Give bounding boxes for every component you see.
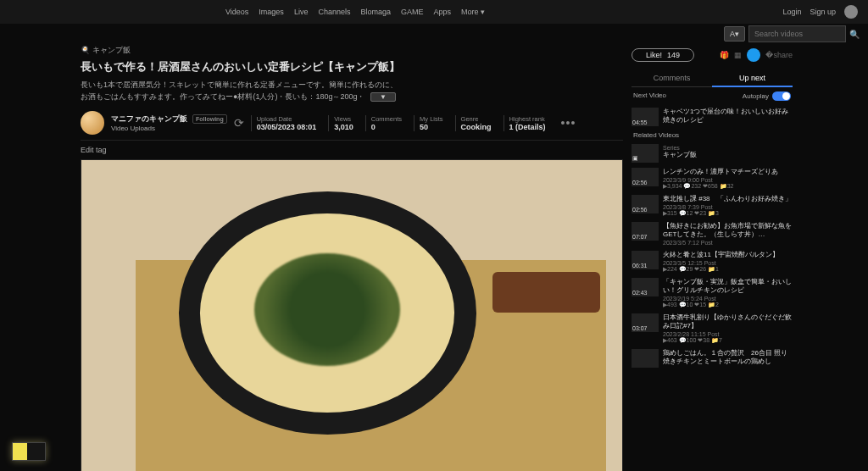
related-item[interactable]: 06:31 火鉢と肴と波11【宇宙焼酎バルタン】 2023/3/5 12:15 … (632, 248, 793, 275)
ad-icon[interactable]: ▦ (734, 51, 742, 59)
item-stats: ▶315 💬12 ❤23 📁3 (663, 210, 793, 217)
breadcrumb[interactable]: 🍳 キャンプ飯 (81, 45, 623, 56)
item-stats: ▶463 💬100 ❤38 📁7 (663, 337, 793, 344)
thumb: 02:56 (632, 168, 659, 186)
uploader-meta[interactable]: マニファのキャンプ飯Following Video Uploads (111, 114, 227, 132)
nav-links: Videos Images Live Channels Blomaga GAME… (222, 8, 488, 16)
share-icon[interactable]: �share (765, 51, 793, 59)
info-row: マニファのキャンプ飯Following Video Uploads ⟳ Uplo… (81, 111, 623, 141)
gift-icon[interactable]: 🎁 (720, 51, 729, 59)
related-item[interactable]: 02:43 「キャンプ飯・実況」飯盒で簡単・おいしい！グリルチキンのレシピ 20… (632, 275, 793, 311)
stat-rank[interactable]: Highest rank1 (Details) (504, 115, 551, 131)
related-item[interactable]: 02:56 レンチンのみ！濃厚トマチーズどりあ 2023/3/9 9:00 Po… (632, 165, 793, 192)
search-area: A▾ 🔍 (724, 25, 860, 42)
signup-link[interactable]: Sign up (810, 8, 836, 16)
item-date: 2023/3/8 7:39 Post (663, 204, 793, 210)
stat-mylists: My Lists50 (414, 115, 448, 131)
item-title: 日本酒牛乳割り【ゆかりさんのぐだぐだ飲み日記#7】 (663, 313, 793, 330)
item-title: 火鉢と肴と波11【宇宙焼酎バルタン】 (663, 251, 793, 259)
related-item[interactable]: 07:07 【魚好きにお勧め】お魚市場で新鮮な魚をGETしてきた。（生しらす丼）… (632, 219, 793, 248)
language-button[interactable]: A▾ (724, 26, 745, 42)
thumb: 02:56 (632, 195, 659, 213)
item-title: 東北推し課 #38 「ふんわりお好み焼き」 (663, 195, 793, 203)
page-title: 長いもで作る！居酒屋さんのおいしい定番レシピ【キャンプ飯】 (81, 59, 623, 75)
item-date: 2023/3/9 9:00 Post (663, 177, 793, 183)
thumb: 06:31 (632, 251, 659, 269)
top-nav: Videos Images Live Channels Blomaga GAME… (0, 0, 868, 24)
following-chip: Following (192, 114, 227, 124)
related-item[interactable]: 02:56 東北推し課 #38 「ふんわりお好み焼き」 2023/3/8 7:3… (632, 192, 793, 219)
search-input[interactable] (748, 25, 846, 42)
twitter-icon[interactable] (747, 48, 760, 62)
video-frame (81, 160, 622, 471)
nav-more[interactable]: More ▾ (458, 8, 488, 16)
nav-right: Login Sign up (782, 5, 858, 19)
item-date: 2023/2/19 5:24 Post (663, 296, 793, 302)
mini-widget[interactable] (12, 442, 46, 461)
related-header: Related Videos (632, 129, 793, 141)
nav-live[interactable]: Live (291, 8, 312, 16)
uploader-avatar[interactable] (81, 111, 104, 135)
related-item[interactable]: 鶏めしごはん。１合の贅沢 26合目 照り焼きチキンとミートボールの鶏めし (632, 346, 793, 370)
stat-comments: Comments0 (365, 115, 407, 131)
series-item[interactable]: ▣ Series キャンプ飯 (632, 141, 793, 165)
login-link[interactable]: Login (782, 8, 801, 16)
item-date: 2023/3/5 7:12 Post (663, 240, 793, 246)
thumb: 04:55 (632, 108, 659, 126)
refresh-icon[interactable]: ⟳ (234, 116, 244, 130)
autoplay-toggle[interactable] (772, 91, 791, 101)
stat-genre[interactable]: GenreCooking (455, 115, 497, 131)
expand-desc-button[interactable]: ▼ (370, 92, 396, 102)
thumb: 02:43 (632, 278, 659, 296)
thumb (632, 349, 659, 368)
nav-videos[interactable]: Videos (222, 8, 252, 16)
thumb: 07:07 (632, 222, 659, 241)
next-video-label: Next Video (633, 91, 666, 101)
nav-blomaga[interactable]: Blomaga (357, 8, 394, 16)
series-icon: ▣ (632, 144, 659, 163)
tab-upnext[interactable]: Up next (712, 70, 793, 87)
nav-game[interactable]: GAME (398, 8, 427, 16)
item-title: 【魚好きにお勧め】お魚市場で新鮮な魚をGETしてきた。（生しらす丼）… (663, 222, 793, 239)
item-stats: ▶3,934 💬232 ❤658 📁32 (663, 183, 793, 190)
stat-upload-date: Upload Date03/05/2023 08:01 (251, 115, 322, 131)
item-title: 鶏めしごはん。１合の贅沢 26合目 照り焼きチキンとミートボールの鶏めし (663, 349, 793, 366)
item-stats: ▶224 💬29 ❤26 📁1 (663, 266, 793, 273)
item-stats: ▶493 💬10 ❤15 📁2 (663, 302, 793, 308)
item-date: 2023/2/28 11:15 Post (663, 331, 793, 337)
item-title: 「キャンプ飯・実況」飯盒で簡単・おいしい！グリルチキンのレシピ (663, 278, 793, 295)
tab-comments[interactable]: Comments (632, 70, 712, 87)
avatar[interactable] (844, 5, 858, 19)
search-icon[interactable]: 🔍 (849, 30, 860, 39)
nav-images[interactable]: Images (255, 8, 287, 16)
next-video-item[interactable]: 04:55 キャベツ1つで屋台の味！おいしいお好み焼きのレシピ (632, 105, 793, 129)
nav-apps[interactable]: Apps (430, 8, 454, 16)
like-button[interactable]: Like!149 (632, 48, 694, 62)
related-item[interactable]: 03:07 日本酒牛乳割り【ゆかりさんのぐだぐだ飲み日記#7】 2023/2/2… (632, 311, 793, 346)
autoplay-label: Autoplay (743, 92, 769, 100)
thumb: 03:07 (632, 313, 659, 332)
edit-tag-link[interactable]: Edit tag (81, 146, 623, 154)
item-title: レンチンのみ！濃厚トマチーズどりあ (663, 168, 793, 176)
nav-channels[interactable]: Channels (314, 8, 353, 16)
stat-views: Views3,010 (328, 115, 359, 131)
item-date: 2023/3/5 12:15 Post (663, 260, 793, 266)
more-icon[interactable]: ••• (558, 116, 580, 130)
video-player[interactable]: ❚❚ 🔊 00:11/03:20 🔁 ▶x1.0 💬 ⚙ ⛶ (81, 159, 623, 471)
video-description: 長いも1本で居酒屋気分！スキレットで簡単に作れる定番メニューです。簡単に作れるの… (81, 80, 623, 103)
